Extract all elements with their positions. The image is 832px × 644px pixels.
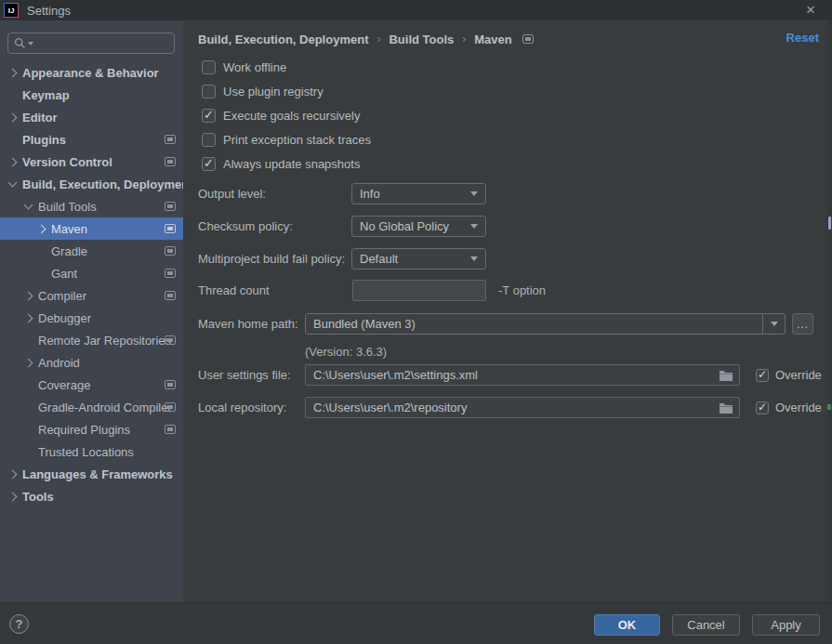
sidebar-item-maven[interactable]: Maven: [0, 217, 183, 240]
screen-settings-icon: [165, 202, 176, 211]
screen-settings-icon: [165, 335, 176, 345]
checkbox-label: Print exception stack traces: [223, 133, 371, 147]
sidebar-item-version-control[interactable]: Version Control: [0, 151, 183, 173]
breadcrumb-item[interactable]: Build, Execution, Deployment: [198, 33, 368, 46]
sidebar-item-label: Tools: [22, 490, 54, 504]
sidebar-item-trusted-locations[interactable]: Trusted Locations: [0, 440, 183, 463]
checkbox-row-work-offline: ✓ Work offline: [202, 59, 371, 75]
checkbox-row-always-update-snapshots: ✓ Always update snapshots: [202, 155, 371, 172]
maven-settings-panel: Build, Execution, Deployment › Build Too…: [183, 20, 832, 602]
dropdown-arrow-icon: [470, 256, 478, 261]
search-history-caret-icon[interactable]: [28, 42, 33, 46]
sidebar-item-debugger[interactable]: Debugger: [0, 307, 183, 329]
title-bar: Settings ×: [0, 0, 832, 20]
multiproject-policy-select[interactable]: Default: [351, 248, 486, 269]
screen-settings-icon: [165, 425, 176, 434]
dropdown-arrow-icon: [470, 224, 478, 229]
local-repo-input[interactable]: [305, 397, 740, 418]
user-settings-input[interactable]: [305, 364, 740, 386]
chevron-right-icon: [24, 313, 33, 322]
chevron-right-icon: [8, 68, 18, 77]
sidebar-item-coverage[interactable]: Coverage: [0, 374, 183, 396]
sidebar-item-label: Version Control: [22, 155, 112, 169]
checkbox-label: Execute goals recursively: [223, 109, 360, 123]
breadcrumb-item[interactable]: Maven: [474, 33, 511, 46]
screen-settings-icon: [165, 246, 176, 256]
sidebar-item-tools[interactable]: Tools: [0, 485, 183, 507]
local-repo-label: Local repository:: [198, 397, 286, 418]
checkbox[interactable]: ✓: [202, 133, 216, 147]
breadcrumb-separator: ›: [376, 33, 380, 46]
screen-settings-icon: [165, 291, 176, 300]
maven-home-select[interactable]: Bundled (Maven 3): [305, 313, 786, 335]
checksum-policy-select[interactable]: No Global Policy: [351, 216, 486, 237]
reset-link[interactable]: Reset: [786, 31, 819, 45]
checkbox[interactable]: ✓: [202, 60, 216, 74]
help-button[interactable]: ?: [9, 614, 29, 634]
output-level-label: Output level:: [198, 183, 266, 204]
sidebar-item-android[interactable]: Android: [0, 351, 183, 374]
sidebar-item-compiler[interactable]: Compiler: [0, 284, 183, 307]
override-checkbox[interactable]: ✓: [756, 401, 769, 414]
sidebar-item-build-tools[interactable]: Build Tools: [0, 195, 183, 217]
close-icon[interactable]: ×: [806, 0, 815, 20]
folder-icon[interactable]: [719, 401, 733, 414]
search-input[interactable]: [7, 33, 175, 54]
dialog-footer: ? OK Cancel Apply: [0, 602, 832, 644]
sidebar-item-label: Build, Execution, Deployment: [22, 177, 192, 191]
maven-version-note: (Version: 3.6.3): [305, 345, 387, 359]
chevron-right-icon: [8, 492, 18, 501]
screen-settings-icon: [522, 34, 534, 44]
checkbox[interactable]: ✓: [202, 109, 216, 123]
checksum-policy-label: Checksum policy:: [198, 216, 293, 237]
folder-icon[interactable]: [719, 369, 733, 382]
chevron-right-icon: [8, 157, 18, 166]
sidebar-item-gradle[interactable]: Gradle: [0, 240, 183, 262]
settings-sidebar: Appearance & Behavior Keymap Editor Plug…: [0, 20, 183, 602]
sidebar-item-remote-jar-repositories[interactable]: Remote Jar Repositories: [0, 329, 183, 351]
sidebar-item-gradle-android-compiler[interactable]: Gradle-Android Compiler: [0, 396, 183, 418]
select-value: Info: [360, 187, 380, 201]
select-value: No Global Policy: [360, 219, 449, 233]
checkbox-row-execute-goals-recursively: ✓ Execute goals recursively: [202, 107, 371, 124]
sidebar-item-label: Android: [38, 356, 80, 370]
sidebar-item-build-execution-deployment[interactable]: Build, Execution, Deployment: [0, 173, 183, 195]
cancel-button[interactable]: Cancel: [672, 614, 740, 636]
sidebar-item-label: Debugger: [38, 311, 91, 325]
sidebar-item-label: Remote Jar Repositories: [38, 334, 171, 348]
sidebar-item-required-plugins[interactable]: Required Plugins: [0, 418, 183, 440]
breadcrumb-item[interactable]: Build Tools: [389, 33, 454, 46]
sidebar-item-label: Gradle: [51, 244, 87, 258]
select-value: Bundled (Maven 3): [313, 317, 416, 331]
settings-tree: Appearance & Behavior Keymap Editor Plug…: [0, 61, 183, 507]
sidebar-item-keymap[interactable]: Keymap: [0, 84, 183, 106]
checkbox-row-print-exception-stack-traces: ✓ Print exception stack traces: [202, 131, 371, 148]
override-checkbox[interactable]: ✓: [756, 369, 769, 382]
browse-button[interactable]: ...: [792, 313, 813, 335]
apply-button[interactable]: Apply: [752, 614, 820, 636]
checkbox[interactable]: ✓: [202, 85, 216, 99]
output-level-select[interactable]: Info: [351, 183, 486, 204]
chevron-right-icon: [8, 112, 18, 122]
checkmark-icon: ✓: [204, 108, 214, 122]
sidebar-item-label: Required Plugins: [38, 423, 130, 437]
scrollbar-thumb[interactable]: [828, 217, 831, 230]
ok-button[interactable]: OK: [594, 614, 660, 636]
screen-settings-icon: [165, 380, 176, 389]
sidebar-item-label: Coverage: [38, 378, 90, 392]
checkbox[interactable]: ✓: [202, 157, 216, 171]
sidebar-item-label: Editor: [22, 111, 58, 125]
sidebar-item-gant[interactable]: Gant: [0, 262, 183, 284]
checkmark-icon: ✓: [758, 401, 767, 414]
sidebar-item-label: Maven: [51, 222, 87, 236]
dropdown-arrow-button[interactable]: [762, 314, 785, 334]
thread-count-input[interactable]: [352, 280, 486, 301]
settings-dialog: Settings × Appearance & Behavior Keymap …: [0, 0, 832, 644]
sidebar-item-languages-frameworks[interactable]: Languages & Frameworks: [0, 463, 183, 485]
scrollbar-track[interactable]: [827, 20, 832, 602]
local-repo-override: ✓ Override: [756, 397, 822, 418]
sidebar-item-label: Gradle-Android Compiler: [38, 401, 172, 414]
sidebar-item-plugins[interactable]: Plugins: [0, 128, 183, 151]
sidebar-item-editor[interactable]: Editor: [0, 106, 183, 128]
sidebar-item-appearance-behavior[interactable]: Appearance & Behavior: [0, 61, 183, 84]
